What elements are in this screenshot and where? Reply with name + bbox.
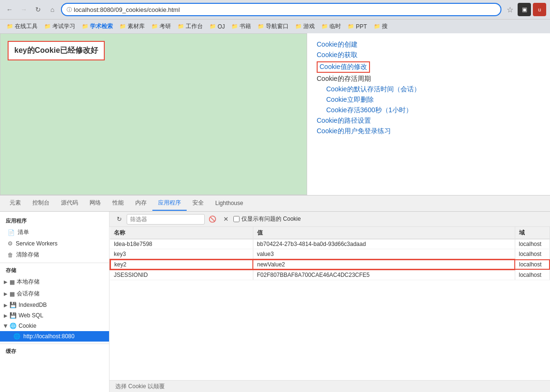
sidebar-item-service-workers[interactable]: ⚙ Service Workers — [0, 238, 109, 249]
tab-security[interactable]: 安全 — [187, 196, 210, 211]
bookmarks-bar: 📁在线工具 📁考试学习 📁学术检索 📁素材库 📁考研 📁工作台 📁OJ 📁书籍 … — [0, 19, 550, 33]
bookmark-item[interactable]: 📁工作台 — [175, 21, 206, 31]
forward-button[interactable]: → — [18, 4, 30, 15]
sidebar-label-session-storage: 会话存储 — [17, 290, 40, 298]
grid-icon: ▦ — [10, 279, 15, 285]
globe-icon: 🌐 — [13, 333, 20, 340]
nav-link-get[interactable]: Cookie的获取 — [317, 51, 540, 59]
folder-icon: 📁 — [295, 23, 302, 29]
nav-link-default-time[interactable]: Cookie的默认存活时间（会话） — [326, 85, 540, 94]
cookie-domain-cell: localhost — [515, 249, 550, 260]
cookie-value-cell: value3 — [253, 249, 515, 260]
cookie-message: key的Cookie已经修改好 — [8, 41, 105, 60]
sidebar-group-session-storage[interactable]: ▶ ▦ 会话存储 — [0, 288, 109, 300]
tab-sources[interactable]: 源代码 — [55, 196, 84, 211]
bookmark-item[interactable]: 📁游戏 — [292, 21, 318, 31]
tab-application[interactable]: 应用程序 — [152, 196, 187, 211]
bookmark-item[interactable]: 📁在线工具 — [4, 21, 40, 31]
cookie-value-cell: bb704224-27b3-4814-ba0d-93d66c3adaad — [253, 239, 515, 249]
tab-network[interactable]: 网络 — [84, 196, 107, 211]
bookmark-item[interactable]: 📁导航窗口 — [255, 21, 291, 31]
cookie-name-cell: key3 — [110, 249, 253, 260]
bookmark-star[interactable]: ☆ — [504, 4, 516, 15]
tab-memory[interactable]: 内存 — [130, 196, 152, 211]
cookie-icon: 🌐 — [10, 323, 17, 329]
extension-button-2[interactable]: u — [533, 3, 546, 16]
cookie-name-cell: key2 — [110, 259, 253, 270]
tab-lighthouse[interactable]: Lighthouse — [210, 197, 249, 210]
refresh-button[interactable]: ↻ — [113, 214, 125, 225]
table-row[interactable]: key3value3localhost — [110, 249, 550, 260]
table-row[interactable]: Idea-b18e7598bb704224-27b3-4814-ba0d-93d… — [110, 239, 550, 249]
sidebar-section-storage: 存储 — [0, 265, 109, 276]
devtools-tabs: 元素 控制台 源代码 网络 性能 内存 应用程序 安全 Lighthouse — [0, 196, 550, 212]
tab-elements[interactable]: 元素 — [4, 196, 27, 211]
bookmark-item[interactable]: 📁考试学习 — [41, 21, 78, 31]
ext-icon-1: ▣ — [522, 6, 527, 13]
folder-icon: 📁 — [258, 23, 264, 29]
back-button[interactable]: ← — [4, 4, 15, 15]
folder-icon: 📁 — [348, 23, 354, 29]
table-row[interactable]: key2newValue2localhost — [110, 259, 550, 270]
sidebar-label-localhost: http://localhost:8080 — [23, 333, 74, 340]
col-header-domain: 域 — [515, 227, 550, 239]
bookmark-item[interactable]: 📁OJ — [207, 22, 228, 31]
bookmark-item[interactable]: 📁素材库 — [117, 21, 148, 31]
chevron-icon: ▶ — [4, 291, 8, 296]
bookmark-item[interactable]: 📁临时 — [319, 21, 344, 31]
page-content: key的Cookie已经修改好 Cookie的创建 Cookie的获取 Cook… — [0, 33, 550, 195]
show-issues-checkbox[interactable]: 仅显示有问题的 Cookie — [233, 215, 301, 223]
nav-link-3600[interactable]: Cookie存活3600秒（1小时） — [326, 106, 540, 115]
nav-link-create[interactable]: Cookie的创建 — [317, 40, 540, 49]
folder-icon: 📁 — [7, 23, 13, 29]
nav-link-modify[interactable]: Cookie值的修改 — [317, 61, 370, 73]
cookie-table: 名称 值 域 Idea-b18e7598bb704224-27b3-4814-b… — [110, 227, 550, 380]
filter-input[interactable] — [127, 214, 205, 225]
green-area: key的Cookie已经修改好 — [0, 33, 307, 195]
service-workers-icon: ⚙ — [8, 240, 13, 247]
devtools: 元素 控制台 源代码 网络 性能 内存 应用程序 安全 Lighthouse 应… — [0, 195, 550, 392]
cookie-name-cell: JSESSIONID — [110, 270, 253, 280]
nav-link-delete[interactable]: Cookie立即删除 — [326, 96, 540, 104]
sidebar-label-local-storage: 本地存储 — [17, 278, 40, 286]
extension-button-1[interactable]: ▣ — [518, 3, 531, 16]
bookmark-item[interactable]: 📁学术检索 — [79, 21, 116, 31]
reload-button[interactable]: ↻ — [32, 4, 44, 15]
sidebar-item-manifest[interactable]: 📄 清单 — [0, 226, 109, 238]
cookie-domain-cell: localhost — [515, 239, 550, 249]
devtools-main: ↻ 🚫 ✕ 仅显示有问题的 Cookie 名称 — [110, 212, 550, 392]
close-filter-button[interactable]: ✕ — [220, 214, 231, 225]
folder-icon: 📁 — [178, 23, 184, 29]
block-icon[interactable]: 🚫 — [207, 214, 218, 225]
manifest-icon: 📄 — [8, 229, 15, 236]
clear-storage-icon: 🗑 — [8, 252, 13, 258]
chevron-icon: ▶ — [4, 313, 8, 318]
nav-link-path[interactable]: Cookie的路径设置 — [317, 117, 540, 125]
tab-console[interactable]: 控制台 — [27, 196, 55, 211]
cookie-value-cell: F02F807BBAF8A700CAE46AC4DC23CFE5 — [253, 270, 515, 280]
table-row[interactable]: JSESSIONIDF02F807BBAF8A700CAE46AC4DC23CF… — [110, 270, 550, 280]
nav-link-autologin[interactable]: Cookie的用户免登录练习 — [317, 127, 540, 136]
bookmark-item[interactable]: 📁考研 — [149, 21, 174, 31]
devtools-bottom-status: 选择 Cookie 以颠覆 — [110, 380, 550, 392]
home-button[interactable]: ⌂ — [47, 4, 58, 15]
address-bar[interactable]: ⓘ localhost:8080/09_cookies/cookie.html — [61, 3, 501, 16]
show-issues-input[interactable] — [233, 216, 240, 222]
bookmark-item[interactable]: 📁书籍 — [229, 21, 254, 31]
bookmark-item[interactable]: 📁搜 — [371, 21, 390, 31]
sidebar-section-cache: 缓存 — [0, 346, 109, 357]
tab-performance[interactable]: 性能 — [107, 196, 130, 211]
db-icon: 💾 — [10, 312, 17, 319]
url-text: localhost:8080/09_cookies/cookie.html — [74, 6, 496, 13]
sidebar-item-clear-storage[interactable]: 🗑 清除存储 — [0, 249, 109, 261]
bookmark-item[interactable]: 📁PPT — [345, 22, 370, 31]
sidebar-divider — [0, 263, 109, 263]
sidebar-group-websql[interactable]: ▶ 💾 Web SQL — [0, 310, 109, 321]
sidebar-label-indexeddb: IndexedDB — [19, 302, 47, 308]
sidebar-subitem-localhost[interactable]: 🌐 http://localhost:8080 — [0, 331, 109, 342]
sidebar-group-indexeddb[interactable]: ▶ 💾 IndexedDB — [0, 300, 109, 310]
right-nav: Cookie的创建 Cookie的获取 Cookie值的修改 Cookie的存活… — [307, 33, 550, 195]
cookie-value-cell: newValue2 — [253, 259, 515, 270]
sidebar-group-cookie[interactable]: ▶ 🌐 Cookie — [0, 321, 109, 331]
sidebar-group-local-storage[interactable]: ▶ ▦ 本地存储 — [0, 276, 109, 288]
